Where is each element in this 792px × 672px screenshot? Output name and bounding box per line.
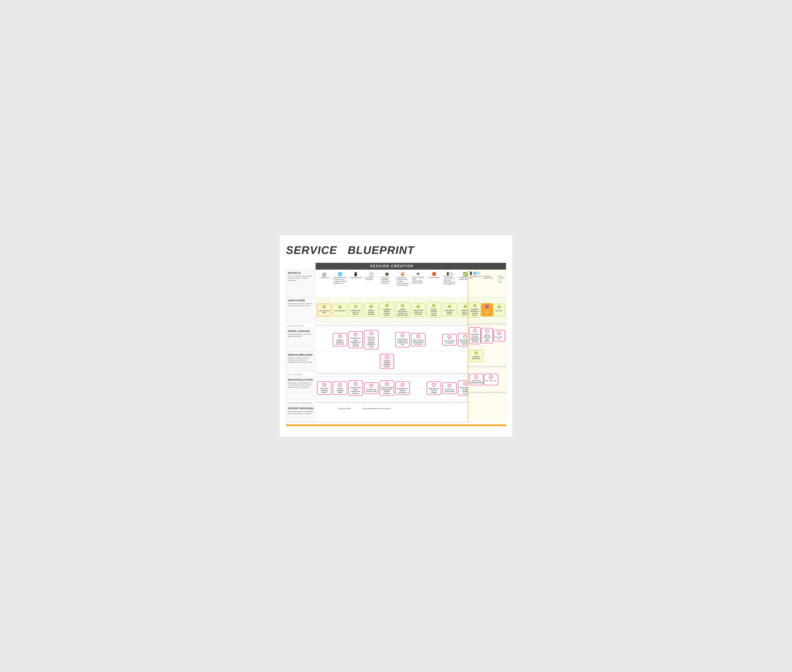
right-backstage-text-2: Pro... mar... we... bbox=[486, 380, 497, 382]
backstage-card-1[interactable]: S Places ads in marketing channels bbox=[317, 381, 332, 395]
right-support bbox=[468, 394, 506, 411]
digital-step-4: S Ask for info. required to process capa… bbox=[364, 330, 379, 350]
digital-card-10[interactable]: S Sends notification that session is app… bbox=[458, 333, 468, 346]
backstage-step-2: S Provides marketing website bbox=[332, 381, 348, 395]
right-badge-f-svc: F bbox=[474, 351, 478, 355]
badge-f-2: F bbox=[338, 305, 342, 309]
user-card-3[interactable]: F Decides to take part in the platform bbox=[348, 303, 363, 317]
interaction-dashed-right bbox=[430, 325, 468, 325]
main-section: ARTIFACTS Places of evidence and deliver… bbox=[286, 270, 468, 422]
right-backstage: S Tracks session capacity/performance S … bbox=[468, 368, 506, 391]
backstage-text-5: Produces method and materials for facili… bbox=[381, 387, 393, 394]
right-user-card-3[interactable]: F Vets Yard... bbox=[493, 304, 505, 316]
user-card-9[interactable]: F Makes plans to facilitate a session bbox=[442, 303, 457, 317]
backstage-card-5[interactable]: S Produces method and materials for faci… bbox=[380, 381, 394, 396]
right-user-text-3: Vets Yard... bbox=[495, 310, 503, 312]
right-digital-card-1[interactable]: S Issues alerts of session capacity and … bbox=[469, 327, 481, 344]
right-badge-s-d3: S bbox=[497, 331, 501, 335]
line-of-interaction: Line of Interaction bbox=[286, 323, 468, 328]
badge-f-7: F bbox=[416, 305, 420, 309]
backstage-card-9[interactable]: S Receives new session inquiry bbox=[442, 382, 457, 394]
user-card-7[interactable]: F Makes himself visible to the community bbox=[411, 303, 425, 317]
right-user-text-2: Gets introduced to the bbox=[483, 309, 491, 315]
right-artifact-texts: • Upcoming session alerts • Participant … bbox=[469, 275, 505, 283]
backstage-card-2[interactable]: S Provides marketing website bbox=[333, 381, 347, 395]
interaction-dashed-line bbox=[316, 325, 430, 325]
user-card-2[interactable]: F Vets the platform bbox=[333, 304, 347, 316]
backstage-card-4[interactable]: S Processes new instructor inquiry bbox=[364, 382, 378, 394]
user-actions-row: USER ACTIONS Steps taken by users, in or… bbox=[286, 297, 468, 323]
artifact-icon-3: 📱 bbox=[353, 272, 358, 277]
artifact-text-7: Areas of expertise, Photo, background/bi… bbox=[411, 276, 425, 284]
user-actions-title: USER ACTIONS bbox=[288, 299, 314, 302]
service-employees-label: SERVICE EMPLOYEES Human to human exchang… bbox=[286, 352, 316, 371]
backstage-card-10[interactable]: S Submits approval for newly submitted s… bbox=[458, 381, 468, 396]
digital-card-4[interactable]: S Ask for info. required to process capa… bbox=[364, 330, 378, 349]
support-right-space bbox=[430, 405, 468, 422]
badge-s-bs-1: S bbox=[322, 383, 326, 387]
interaction-line-label: Line of Interaction bbox=[286, 323, 316, 327]
right-artifact-icons: 📱 🌐📧 bbox=[469, 272, 480, 275]
badge-s-3: S bbox=[354, 333, 358, 336]
digital-card-9[interactable]: S Asks for details for workout bbox=[442, 334, 457, 346]
service-employees-content: S Executes facilitator certification pro… bbox=[316, 352, 468, 371]
backstage-step-1: S Places ads in marketing channels bbox=[317, 381, 332, 395]
user-step-9: F Makes plans to facilitate a session bbox=[442, 303, 457, 317]
artifact-icon-6: 🎉 bbox=[400, 272, 405, 277]
backstage-card-6[interactable]: S Establishes new facilitator membership bbox=[395, 381, 410, 395]
user-card-10[interactable]: F Notified that session is approved bbox=[458, 303, 468, 317]
backstage-text-10: Submits approval for newly submitted ses… bbox=[459, 387, 468, 394]
artifact-text-2: marketing website. Overview of SY progra… bbox=[333, 277, 347, 284]
user-card-5[interactable]: F Completes a facilitator certification … bbox=[380, 302, 394, 317]
right-service-card-1[interactable]: F Introduces participant to bbox=[469, 350, 483, 362]
digital-step-5 bbox=[379, 339, 394, 340]
digital-text-6: Introduces user to app features and how … bbox=[397, 338, 409, 346]
right-service-text-1: Introduces participant to bbox=[470, 356, 482, 360]
right-artifact-icon-1: 📱 bbox=[469, 272, 473, 275]
right-user-actions: F Anticipates attendance at upcoming ses… bbox=[468, 297, 506, 323]
right-user-card-2[interactable]: P Gets introduced to the bbox=[481, 303, 493, 317]
digital-text-10: Sends notification that session is appro… bbox=[459, 339, 468, 345]
right-digital-card-2[interactable]: S Asks for participant email address bbox=[481, 328, 493, 343]
right-internal-line bbox=[468, 392, 506, 393]
digital-title: DIGITAL & DEVICES bbox=[288, 330, 314, 333]
digital-card-6[interactable]: S Introduces user to app features and ho… bbox=[395, 332, 410, 347]
line-of-visibility: Line of Visibility bbox=[286, 371, 468, 377]
digital-card-3[interactable]: S Introduces user to app capabilities an… bbox=[348, 331, 363, 348]
backstage-card-8[interactable]: S Ships instructor welcome package bbox=[427, 381, 441, 395]
artifact-step-10: ✅ Confirmation of session acceptance bbox=[458, 272, 468, 281]
user-card-1[interactable]: F Gets introduced to the bbox=[317, 304, 332, 316]
user-card-6[interactable]: F Officially welcomed as a facilitator a… bbox=[395, 302, 410, 317]
right-artifacts: 📱 🌐📧 • Upcoming session alerts • Partici… bbox=[468, 270, 506, 297]
right-digital-text-1: Issues alerts of session capacity and pa… bbox=[470, 333, 479, 343]
backstage-card-3[interactable]: S Provides mobile app for instructors an… bbox=[348, 381, 363, 396]
user-actions-label: USER ACTIONS Steps taken by users, in or… bbox=[286, 297, 316, 322]
artifact-text-3: Mobile app store bbox=[350, 277, 362, 278]
user-card-8[interactable]: F Receives facilitator welcome package bbox=[427, 302, 441, 317]
page-title: SERVICE BLUEPRINT bbox=[286, 244, 506, 256]
right-backstage-card-2[interactable]: S Pro... mar... we... bbox=[484, 374, 498, 385]
artifact-icon-5: 🎓 bbox=[385, 272, 389, 277]
user-step-4: F Submits a facilitator application bbox=[364, 303, 379, 317]
badge-s-9: S bbox=[447, 335, 451, 339]
card-text-9: Makes plans to facilitate a session bbox=[444, 309, 455, 315]
backstage-text-8: Ships instructor welcome package bbox=[428, 388, 440, 394]
digital-card-2[interactable]: S Displays a snapshot of service value bbox=[333, 333, 347, 346]
backstage-step-4: S Processes new instructor inquiry bbox=[364, 382, 379, 394]
service-employees-row: SERVICE EMPLOYEES Human to human exchang… bbox=[286, 352, 468, 371]
internal-line-label: Line of Internal Interaction bbox=[286, 400, 316, 404]
right-user-card-1[interactable]: F Anticipates attendance at upcoming ses… bbox=[469, 302, 481, 317]
digital-card-7[interactable]: S Asks for unique information about the … bbox=[411, 333, 425, 346]
artifact-text-4: Personal ID information bbox=[364, 277, 378, 280]
user-step-10: F Notified that session is approved bbox=[458, 303, 468, 317]
right-digital-card-3[interactable]: S Dis... snap... serv... bbox=[493, 330, 505, 341]
backstage-step-10: S Submits approval for newly submitted s… bbox=[458, 380, 468, 396]
user-card-4[interactable]: F Submits a facilitator application bbox=[364, 303, 378, 317]
card-text-1: Gets introduced to the bbox=[318, 310, 330, 314]
right-backstage-card-1[interactable]: S Tracks session capacity/performance bbox=[469, 374, 483, 385]
badge-s-bs-9: S bbox=[447, 384, 451, 388]
artifact-step-1: 🏢 Targeted ad bbox=[317, 272, 332, 279]
service-card-5[interactable]: S Executes facilitator certification pro… bbox=[380, 354, 394, 369]
badge-s-bs-8: S bbox=[432, 383, 436, 387]
backstage-step-3: S Provides mobile app for instructors an… bbox=[348, 380, 363, 396]
